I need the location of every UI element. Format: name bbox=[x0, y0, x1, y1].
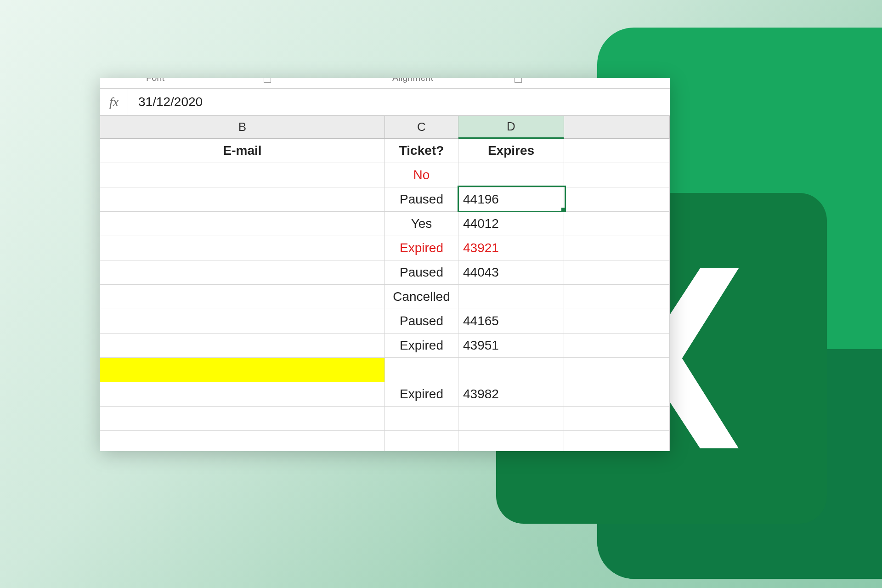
formula-input[interactable]: 31/12/2020 bbox=[128, 89, 670, 115]
cell-blank[interactable] bbox=[564, 309, 670, 334]
cell-ticket[interactable]: Cancelled bbox=[385, 285, 458, 309]
column-headers-row: B C D bbox=[100, 116, 670, 139]
cell-expires[interactable]: 44043 bbox=[458, 260, 564, 285]
cell-email[interactable] bbox=[100, 382, 385, 407]
table-row bbox=[100, 431, 670, 451]
header-blank[interactable] bbox=[564, 139, 670, 163]
header-expires[interactable]: Expires bbox=[458, 139, 564, 163]
table-row: Paused44043 bbox=[100, 260, 670, 285]
table-row: Paused44165 bbox=[100, 309, 670, 334]
cell-email[interactable] bbox=[100, 187, 385, 212]
ribbon-dialog-launcher-icon[interactable] bbox=[264, 78, 271, 83]
cell-ticket[interactable]: No bbox=[385, 163, 458, 187]
cell-expires[interactable] bbox=[458, 163, 564, 187]
worksheet[interactable]: B C D E-mail Ticket? Expires NoPaused441… bbox=[100, 116, 670, 451]
cell-ticket[interactable]: Paused bbox=[385, 309, 458, 334]
cell-expires[interactable]: 44012 bbox=[458, 212, 564, 236]
table-row: Cancelled bbox=[100, 285, 670, 309]
table-row: Expired43921 bbox=[100, 236, 670, 260]
cell-email[interactable] bbox=[100, 431, 385, 451]
excel-window: Font Alignment fx 31/12/2020 B C D E-mai… bbox=[100, 78, 670, 451]
cell-expires[interactable] bbox=[458, 431, 564, 451]
column-header-blank[interactable] bbox=[564, 116, 670, 139]
formula-bar: fx 31/12/2020 bbox=[100, 89, 670, 116]
cell-expires[interactable]: 44165 bbox=[458, 309, 564, 334]
cell-email[interactable] bbox=[100, 163, 385, 187]
cell-email[interactable] bbox=[100, 334, 385, 358]
cell-email[interactable] bbox=[100, 358, 385, 382]
table-row: Expired43982 bbox=[100, 382, 670, 407]
cell-ticket[interactable]: Expired bbox=[385, 334, 458, 358]
cell-ticket[interactable]: Paused bbox=[385, 260, 458, 285]
table-row: Paused44196 bbox=[100, 187, 670, 212]
cell-expires[interactable] bbox=[458, 407, 564, 431]
cell-email[interactable] bbox=[100, 407, 385, 431]
column-header-C[interactable]: C bbox=[385, 116, 458, 139]
cell-expires[interactable]: 43982 bbox=[458, 382, 564, 407]
header-ticket[interactable]: Ticket? bbox=[385, 139, 458, 163]
ribbon-group-font-label: Font bbox=[146, 78, 164, 83]
cell-expires[interactable] bbox=[458, 285, 564, 309]
cell-ticket[interactable] bbox=[385, 407, 458, 431]
fx-icon[interactable]: fx bbox=[100, 89, 128, 115]
cell-blank[interactable] bbox=[564, 285, 670, 309]
table-row: No bbox=[100, 163, 670, 187]
cell-ticket[interactable]: Paused bbox=[385, 187, 458, 212]
cell-expires[interactable]: 44196 bbox=[458, 187, 564, 212]
column-header-D[interactable]: D bbox=[458, 116, 564, 139]
cell-blank[interactable] bbox=[564, 236, 670, 260]
cell-blank[interactable] bbox=[564, 358, 670, 382]
column-header-B[interactable]: B bbox=[100, 116, 385, 139]
cell-email[interactable] bbox=[100, 236, 385, 260]
cell-email[interactable] bbox=[100, 212, 385, 236]
cell-blank[interactable] bbox=[564, 260, 670, 285]
cell-blank[interactable] bbox=[564, 212, 670, 236]
header-email[interactable]: E-mail bbox=[100, 139, 385, 163]
cell-ticket[interactable] bbox=[385, 431, 458, 451]
ribbon-peek: Font Alignment bbox=[100, 78, 670, 89]
cell-email[interactable] bbox=[100, 260, 385, 285]
cell-blank[interactable] bbox=[564, 334, 670, 358]
ribbon-dialog-launcher-icon[interactable] bbox=[514, 78, 522, 83]
table-row: Expired43951 bbox=[100, 334, 670, 358]
cell-expires[interactable] bbox=[458, 358, 564, 382]
cell-ticket[interactable]: Expired bbox=[385, 382, 458, 407]
cell-expires[interactable]: 43921 bbox=[458, 236, 564, 260]
cell-blank[interactable] bbox=[564, 382, 670, 407]
cell-email[interactable] bbox=[100, 309, 385, 334]
cell-email[interactable] bbox=[100, 285, 385, 309]
cell-blank[interactable] bbox=[564, 163, 670, 187]
ribbon-group-alignment-label: Alignment bbox=[392, 78, 433, 83]
cell-ticket[interactable]: Expired bbox=[385, 236, 458, 260]
table-header-row: E-mail Ticket? Expires bbox=[100, 139, 670, 163]
cell-ticket[interactable]: Yes bbox=[385, 212, 458, 236]
cell-ticket[interactable] bbox=[385, 358, 458, 382]
cell-blank[interactable] bbox=[564, 431, 670, 451]
table-row bbox=[100, 358, 670, 382]
table-row: Yes44012 bbox=[100, 212, 670, 236]
table-row bbox=[100, 407, 670, 431]
cell-blank[interactable] bbox=[564, 187, 670, 212]
cell-expires[interactable]: 43951 bbox=[458, 334, 564, 358]
cell-blank[interactable] bbox=[564, 407, 670, 431]
